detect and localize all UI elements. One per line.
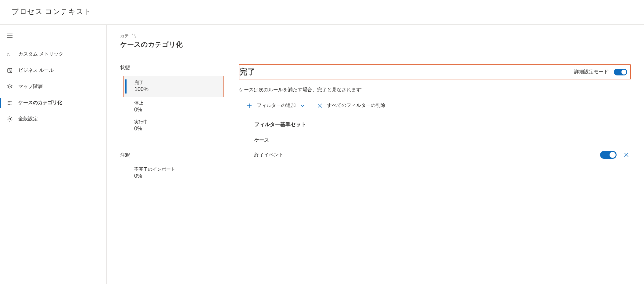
filter-set-title: フィルター基準セット xyxy=(254,121,631,128)
x-icon xyxy=(317,103,323,108)
toggle-knob xyxy=(610,152,616,158)
status-card-value: 0% xyxy=(134,107,216,113)
categorize-icon xyxy=(7,100,13,106)
annotation-section-label: 注釈 xyxy=(120,152,224,158)
status-section-label: 状態 xyxy=(120,64,224,71)
sidebar: f x カスタム メトリック ビジネス ルール xyxy=(0,25,107,284)
advanced-mode-label: 詳細設定モード: xyxy=(574,69,610,75)
status-column: 状態 完了 100% 停止 0% 実行中 0% 注釈 xyxy=(120,64,224,182)
layers-icon xyxy=(7,84,13,90)
rule-description: ケースは次のルールを満たす場合、完了と見なされます: xyxy=(239,87,631,93)
sidebar-item-label: マップ階層 xyxy=(18,83,43,90)
case-label: ケース xyxy=(254,137,631,144)
end-event-toggle[interactable] xyxy=(600,151,617,159)
annotation-card-value: 0% xyxy=(134,173,216,179)
filter-actions: フィルターの追加 xyxy=(239,102,631,109)
sidebar-item-general-settings[interactable]: 全般設定 xyxy=(0,111,106,127)
filter-criteria-set: フィルター基準セット ケース 終了イベント xyxy=(239,121,631,159)
add-filter-button[interactable]: フィルターの追加 xyxy=(246,102,305,109)
remove-all-filters-button[interactable]: すべてのフィルターの削除 xyxy=(317,102,385,109)
detail-title: 完了 xyxy=(239,67,255,77)
end-event-row: 終了イベント xyxy=(254,151,631,159)
svg-point-6 xyxy=(9,70,9,70)
remove-end-event-button[interactable] xyxy=(623,152,629,158)
status-card-label: 停止 xyxy=(134,100,216,106)
remove-all-label: すべてのフィルターの削除 xyxy=(327,102,385,109)
sidebar-item-map-hierarchy[interactable]: マップ階層 xyxy=(0,78,106,95)
status-card-value: 0% xyxy=(134,126,216,132)
fx-icon: f x xyxy=(7,51,13,57)
status-card-running[interactable]: 実行中 0% xyxy=(120,116,224,135)
main-content: カテゴリ ケースのカテゴリ化 状態 完了 100% 停止 0% 実行中 xyxy=(107,25,644,284)
advanced-mode-toggle[interactable] xyxy=(614,69,627,75)
svg-marker-8 xyxy=(7,85,12,87)
sidebar-item-label: ケースのカテゴリ化 xyxy=(18,100,62,106)
status-card-stopped[interactable]: 停止 0% xyxy=(120,97,224,116)
sidebar-toggle-button[interactable] xyxy=(0,28,106,46)
status-card-label: 実行中 xyxy=(134,119,216,125)
svg-text:x: x xyxy=(9,54,11,57)
rules-icon xyxy=(7,67,13,74)
detail-header: 完了 詳細設定モード: xyxy=(239,64,631,79)
breadcrumb: カテゴリ xyxy=(120,33,631,39)
sidebar-item-label: ビジネス ルール xyxy=(18,67,54,74)
status-card-label: 完了 xyxy=(134,80,216,86)
page-header-title: プロセス コンテキスト xyxy=(12,7,632,16)
svg-point-7 xyxy=(10,71,11,71)
page-title: ケースのカテゴリ化 xyxy=(120,40,631,49)
sidebar-item-label: 全般設定 xyxy=(18,116,38,122)
sidebar-item-label: カスタム メトリック xyxy=(18,51,63,57)
status-card-complete[interactable]: 完了 100% xyxy=(123,76,224,97)
hamburger-icon xyxy=(7,33,13,39)
sidebar-item-business-rules[interactable]: ビジネス ルール xyxy=(0,62,106,78)
add-filter-label: フィルターの追加 xyxy=(257,102,296,109)
annotation-card-incomplete-import[interactable]: 不完了のインポート 0% xyxy=(120,163,224,182)
page-header: プロセス コンテキスト xyxy=(0,0,644,25)
sidebar-item-case-categorization[interactable]: ケースのカテゴリ化 xyxy=(0,95,106,111)
end-event-label: 終了イベント xyxy=(254,152,284,158)
plus-icon xyxy=(246,103,252,109)
detail-column: 完了 詳細設定モード: ケースは次のルールを満たす場合、完了と見なされます: xyxy=(239,64,631,159)
status-card-value: 100% xyxy=(134,86,216,93)
chevron-down-icon xyxy=(300,103,305,108)
svg-point-12 xyxy=(9,118,11,120)
sidebar-item-custom-metrics[interactable]: f x カスタム メトリック xyxy=(0,46,106,62)
annotation-card-label: 不完了のインポート xyxy=(134,166,216,172)
gear-icon xyxy=(7,116,13,122)
svg-rect-5 xyxy=(8,68,12,73)
advanced-mode-control: 詳細設定モード: xyxy=(574,69,627,75)
svg-text:f: f xyxy=(7,52,9,56)
toggle-knob xyxy=(621,70,626,75)
